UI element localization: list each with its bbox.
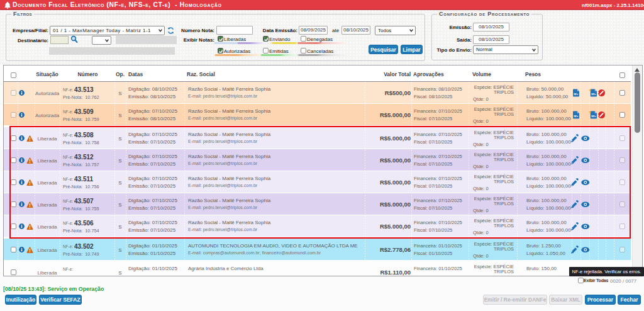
svg-text:NFe: NFe xyxy=(574,115,578,118)
svg-text:NFe: NFe xyxy=(574,93,578,96)
svg-text:NFe: NFe xyxy=(591,93,596,96)
svg-text:NFe: NFe xyxy=(591,115,596,118)
